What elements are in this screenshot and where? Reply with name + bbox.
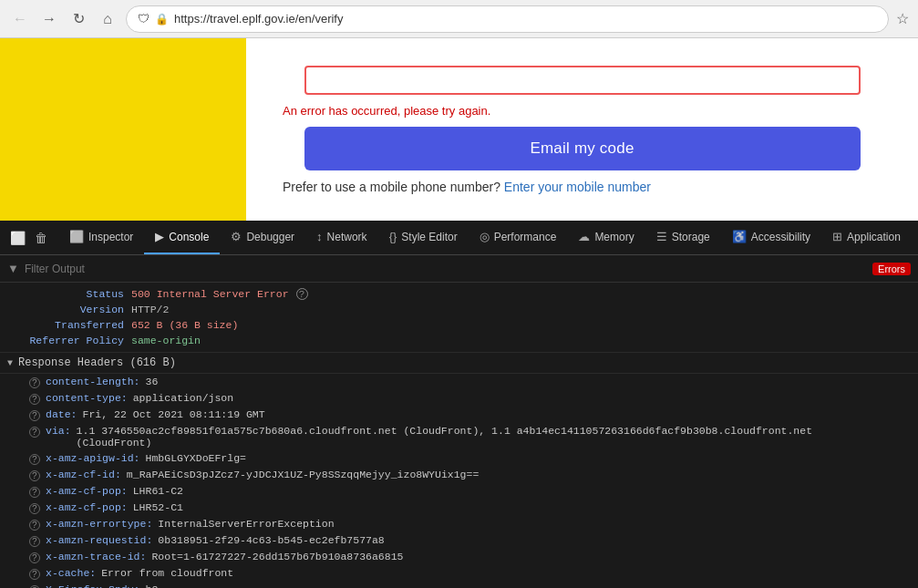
header-row: ?X-Firefox-Spdy: h2: [0, 582, 918, 588]
tab-console[interactable]: ▶ Console: [144, 221, 220, 254]
section-arrow-icon: ▼: [7, 358, 13, 368]
header-help-icon[interactable]: ?: [29, 552, 40, 563]
header-value: Error from cloudfront: [101, 567, 233, 580]
pick-element-tool[interactable]: ⬜: [7, 228, 27, 248]
header-help-icon[interactable]: ?: [29, 427, 40, 438]
refresh-button[interactable]: ↻: [67, 8, 89, 30]
header-help-icon[interactable]: ?: [29, 470, 40, 481]
tab-inspector[interactable]: ⬜ Inspector: [58, 221, 144, 254]
trash-tool[interactable]: 🗑: [31, 228, 51, 248]
header-key: x-amzn-trace-id:: [46, 551, 146, 563]
header-help-icon[interactable]: ?: [29, 377, 40, 388]
memory-icon: ☁: [578, 230, 590, 243]
header-value: 0b318951-2f29-4c63-b545-ec2efb7577a8: [158, 534, 384, 547]
tab-style-editor[interactable]: {} Style Editor: [378, 221, 469, 254]
tab-memory-label: Memory: [594, 231, 634, 243]
status-code: 500 Internal Server Error: [131, 288, 289, 300]
header-key: x-amz-cf-id:: [46, 469, 121, 481]
yellow-box: [0, 38, 246, 221]
tab-application-label: Application: [847, 231, 901, 243]
tab-storage[interactable]: ☰ Storage: [645, 221, 721, 254]
verify-input[interactable]: [304, 66, 861, 95]
tab-performance-label: Performance: [494, 231, 557, 243]
header-value: InternalServerErrorException: [158, 518, 334, 531]
devtools-tabbar: ⬜ 🗑 ⬜ Inspector ▶ Console ⚙ Debugger ↕ N…: [0, 221, 918, 255]
tab-network[interactable]: ↕ Network: [305, 221, 378, 254]
tab-memory[interactable]: ☁ Memory: [567, 221, 645, 254]
version-row: Version HTTP/2: [0, 302, 918, 317]
header-value: Fri, 22 Oct 2021 08:11:19 GMT: [83, 408, 265, 421]
referrer-label: Referrer Policy: [15, 335, 124, 346]
lock-icon: 🔒: [155, 13, 169, 26]
status-row: Status 500 Internal Server Error ?: [0, 286, 918, 302]
header-key: x-amz-cf-pop:: [46, 485, 128, 498]
header-key: via:: [46, 425, 71, 449]
bookmark-button[interactable]: ☆: [896, 10, 909, 27]
version-label: Version: [15, 304, 124, 315]
header-key: date:: [46, 408, 77, 421]
devtools-tools: ⬜ 🗑: [0, 221, 58, 254]
header-value: 1.1 3746550ac2cf89851f01a575c7b680a6.clo…: [77, 425, 889, 449]
enter-mobile-number-link[interactable]: Enter your mobile number: [504, 180, 651, 194]
tab-debugger[interactable]: ⚙ Debugger: [220, 221, 305, 254]
referrer-row: Referrer Policy same-origin: [0, 333, 918, 348]
header-row: ?content-length: 36: [0, 374, 918, 390]
header-value: m_RaPAEiCsD3pJZcz7-yJDCJX1UZ-Py8SSzqqMej…: [127, 469, 479, 481]
header-help-icon[interactable]: ?: [29, 410, 40, 421]
tab-accessibility[interactable]: ♿ Accessibility: [721, 221, 821, 254]
header-key: x-amz-cf-pop:: [46, 501, 128, 514]
header-row: ?x-cache: Error from cloudfront: [0, 565, 918, 582]
header-value: LHR61-C2: [133, 485, 183, 498]
tab-application[interactable]: ⊞ Application: [821, 221, 912, 254]
header-row: ?x-amz-apigw-id: HmbGLGYXDoEFrlg=: [0, 450, 918, 467]
transferred-value: 652 B (36 B size): [131, 319, 238, 331]
filter-input[interactable]: [25, 263, 867, 275]
tab-performance[interactable]: ◎ Performance: [469, 221, 568, 254]
filter-icon: ▼: [7, 262, 19, 275]
headers-list: ?content-length: 36?content-type: applic…: [0, 374, 918, 588]
email-my-code-button[interactable]: Email my code: [304, 127, 861, 170]
header-key: x-amzn-requestid:: [46, 534, 152, 547]
back-button[interactable]: ←: [9, 8, 31, 30]
style-editor-icon: {}: [389, 230, 397, 243]
devtools-toolbar: ▼ Errors: [0, 255, 918, 283]
address-bar: 🛡 🔒: [126, 5, 889, 33]
response-headers-label: Response Headers (616 B): [18, 356, 176, 369]
mobile-text: Prefer to use a mobile phone number?: [283, 180, 500, 194]
response-headers-section[interactable]: ▼ Response Headers (616 B): [0, 353, 918, 374]
status-help-icon[interactable]: ?: [296, 288, 308, 300]
transferred-row: Transferred 652 B (36 B size): [0, 317, 918, 333]
inspector-icon: ⬜: [69, 230, 84, 243]
tab-network-label: Network: [327, 231, 367, 243]
error-message: An error has occurred, please try again.: [283, 104, 490, 118]
header-key: x-cache:: [46, 567, 96, 580]
header-help-icon[interactable]: ?: [29, 503, 40, 514]
debugger-icon: ⚙: [231, 230, 242, 243]
forward-button[interactable]: →: [38, 8, 60, 30]
header-help-icon[interactable]: ?: [29, 569, 40, 580]
header-key: x-amz-apigw-id:: [46, 452, 140, 465]
tab-console-label: Console: [169, 231, 209, 243]
header-help-icon[interactable]: ?: [29, 520, 40, 531]
devtools-content: Status 500 Internal Server Error ? Versi…: [0, 283, 918, 588]
header-key: x-amzn-errortype:: [46, 518, 152, 531]
header-row: ?x-amzn-requestid: 0b318951-2f29-4c63-b5…: [0, 532, 918, 549]
header-help-icon[interactable]: ?: [29, 394, 40, 405]
performance-icon: ◎: [480, 230, 490, 243]
tab-inspector-label: Inspector: [88, 231, 133, 243]
tab-accessibility-label: Accessibility: [751, 231, 810, 243]
header-key: content-type:: [46, 392, 128, 405]
header-key: content-length:: [46, 376, 140, 388]
header-row: ?date: Fri, 22 Oct 2021 08:11:19 GMT: [0, 407, 918, 423]
errors-badge[interactable]: Errors: [872, 263, 911, 275]
devtools-panel: ⬜ 🗑 ⬜ Inspector ▶ Console ⚙ Debugger ↕ N…: [0, 221, 918, 588]
header-help-icon[interactable]: ?: [29, 454, 40, 465]
console-icon: ▶: [155, 230, 164, 243]
storage-icon: ☰: [656, 230, 667, 243]
header-help-icon[interactable]: ?: [29, 487, 40, 498]
url-input[interactable]: [174, 12, 877, 26]
home-button[interactable]: ⌂: [97, 8, 119, 30]
accessibility-icon: ♿: [732, 230, 747, 243]
version-value: HTTP/2: [131, 304, 169, 315]
header-help-icon[interactable]: ?: [29, 536, 40, 547]
